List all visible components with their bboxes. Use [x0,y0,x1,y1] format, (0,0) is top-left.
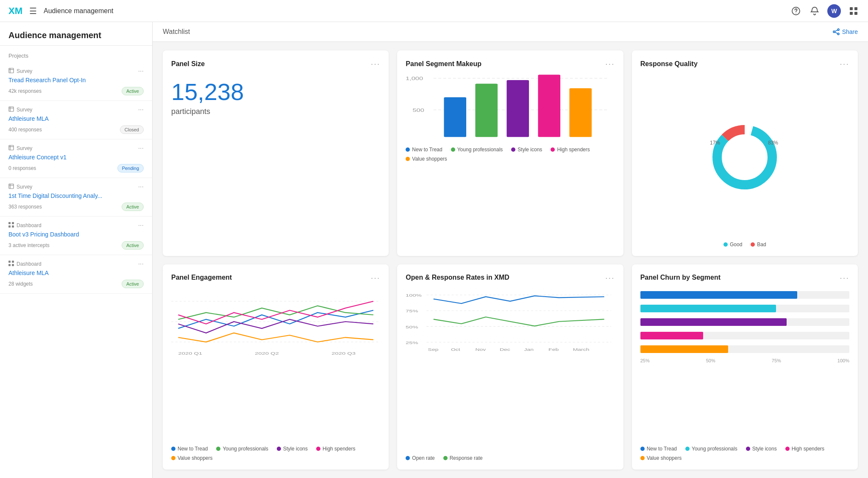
legend-dot [551,147,555,152]
panel-churn-chart: 25% 50% 75% 100% [640,288,849,441]
svg-text:500: 500 [413,108,425,113]
sidebar-item-more-5[interactable]: ··· [138,260,144,268]
sidebar-item-type-2: Survey [8,145,32,152]
sidebar-item-1[interactable]: Survey ··· Athleisure MLA 400 responses … [0,101,152,139]
sidebar-item-3[interactable]: Survey ··· 1st Time Digital Discounting … [0,178,152,217]
user-avatar[interactable]: W [827,4,841,18]
panel-churn-more[interactable]: ··· [840,273,849,283]
sidebar-item-top-0: Survey ··· [8,67,144,75]
legend-dot [443,456,448,460]
svg-rect-4 [850,12,853,15]
legend-good: Good [723,242,742,247]
open-response-card: Open & Response Rates in XMD ··· 100% 75… [397,264,623,470]
sidebar-item-count-2: 0 responses [8,165,36,171]
sidebar-item-more-4[interactable]: ··· [138,222,144,229]
sidebar-item-title-1: Athleisure MLA [8,115,144,122]
panel-size-number: 15,238 [171,78,380,106]
sidebar-item-bottom-1: 400 responses Closed [8,125,144,134]
svg-rect-12 [9,145,14,150]
panel-size-title: Panel Size [171,60,205,68]
response-quality-more[interactable]: ··· [840,59,849,69]
legend-high-spenders: High spenders [551,147,590,153]
open-response-chart: 100% 75% 50% 25% Sep Oc [406,288,615,450]
legend-style-icons: Style icons [511,147,542,153]
legend-dot [685,447,690,451]
share-button[interactable]: Share [833,28,858,35]
svg-text:2020 Q2: 2020 Q2 [255,351,279,356]
panel-engagement-more[interactable]: ··· [371,273,381,283]
svg-text:50%: 50% [406,325,418,329]
apps-grid-icon[interactable] [848,5,860,17]
churn-bar-value [640,345,849,353]
response-quality-chart: 17% 83% [640,74,849,236]
sidebar-item-badge-0: Active [122,87,144,95]
svg-rect-39 [570,88,592,137]
panel-size-card: Panel Size ··· 15,238 participants [163,50,389,256]
help-icon[interactable] [790,5,802,17]
panel-size-more[interactable]: ··· [371,59,381,69]
sidebar-item-count-5: 28 widgets [8,281,33,287]
sidebar-item-count-1: 400 responses [8,127,42,133]
legend-churn-style: Style icons [746,446,777,452]
panel-segment-title: Panel Segment Makeup [406,60,481,68]
svg-rect-15 [9,184,14,189]
main-layout: Audience management Projects Survey ··· … [0,22,868,478]
sidebar-item-count-4: 3 active intercepts [8,242,50,248]
sidebar-item-type-4: Dashboard [8,222,42,229]
svg-rect-2 [850,7,853,10]
sidebar-item-top-2: Survey ··· [8,145,144,152]
legend-bad: Bad [751,242,766,247]
sidebar-item-more-2[interactable]: ··· [138,145,144,152]
sidebar-item-title-5: Athleisure MLA [8,270,144,276]
sidebar-item-5[interactable]: Dashboard ··· Athleisure MLA 28 widgets … [0,255,152,294]
panel-engagement-title: Panel Engagement [171,274,232,281]
legend-dot [406,456,410,460]
sidebar-item-title-0: Tread Research Panel Opt-In [8,77,144,83]
sidebar-item-top-3: Survey ··· [8,183,144,191]
legend-churn-new: New to Tread [640,446,677,452]
svg-rect-38 [538,75,561,137]
open-response-legend: Open rate Response rate [406,455,615,461]
svg-text:100%: 100% [406,293,422,297]
panel-segment-more[interactable]: ··· [605,59,615,69]
svg-rect-21 [12,225,14,228]
sidebar-item-more-1[interactable]: ··· [138,106,144,114]
sidebar-item-badge-5: Active [122,280,144,288]
sidebar-item-more-3[interactable]: ··· [138,183,144,191]
bell-icon[interactable] [809,5,821,17]
legend-churn-value: Value shoppers [640,455,682,461]
xm-logo[interactable]: XM [8,6,22,17]
sidebar-item-bottom-4: 3 active intercepts Active [8,241,144,250]
open-response-more[interactable]: ··· [605,273,615,283]
panel-segment-card: Panel Segment Makeup ··· 1,000 500 [397,50,623,256]
sidebar-item-0[interactable]: Survey ··· Tread Research Panel Opt-In 4… [0,62,152,101]
hamburger-menu-icon[interactable]: ☰ [29,6,37,16]
sidebar: Audience management Projects Survey ··· … [0,22,153,478]
sidebar-item-2[interactable]: Survey ··· Athleisure Concept v1 0 respo… [0,139,152,178]
nav-icons: W [790,4,860,18]
legend-dot [316,447,320,451]
response-quality-card: Response Quality ··· 17% 83% [632,50,858,256]
svg-point-26 [837,29,839,31]
sidebar-item-more-0[interactable]: ··· [138,67,144,75]
main-header: Watchlist Share [153,22,868,42]
sidebar-section-label: Projects [0,46,152,62]
legend-pe-high: High spenders [316,446,355,452]
sidebar-item-badge-2: Pending [117,164,144,172]
sidebar-item-type-0: Survey [8,68,32,75]
response-quality-title: Response Quality [640,60,698,68]
legend-dot [277,447,281,451]
sidebar-header: Audience management [0,22,152,46]
sidebar-item-type-5: Dashboard [8,261,42,267]
response-quality-legend: Good Bad [640,242,849,247]
legend-pe-young: Young professionals [216,446,268,452]
svg-rect-37 [507,80,529,137]
svg-line-29 [835,30,837,31]
legend-churn-high: High spenders [785,446,824,452]
svg-text:75%: 75% [406,308,418,313]
svg-point-28 [837,33,839,35]
doc-icon [8,106,14,113]
legend-pe-style: Style icons [277,446,308,452]
sidebar-item-4[interactable]: Dashboard ··· Boot v3 Pricing Dashboard … [0,217,152,255]
svg-text:Dec: Dec [500,347,510,351]
